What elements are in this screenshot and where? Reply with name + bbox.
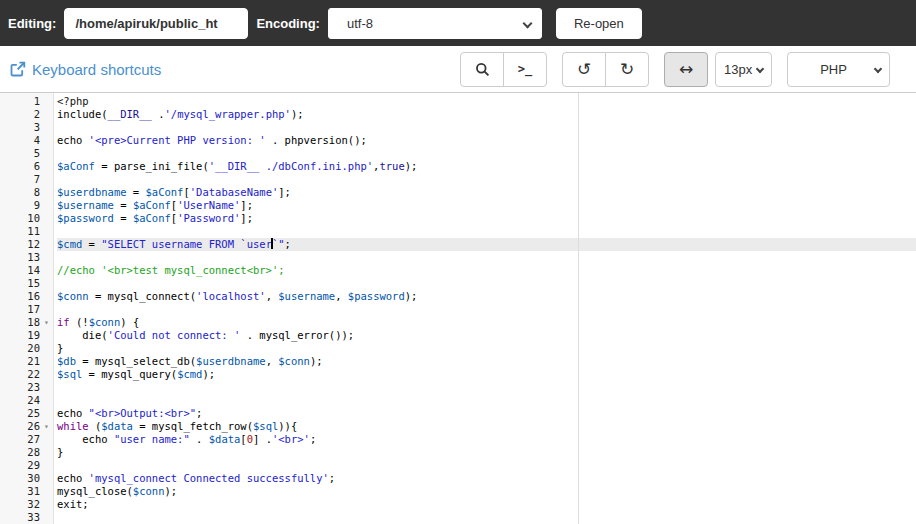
line-number[interactable]: 22	[0, 368, 53, 381]
line-number[interactable]: 3	[0, 121, 53, 134]
line-number[interactable]: 16	[0, 290, 53, 303]
undo-icon: ↺	[577, 61, 591, 78]
code-editor[interactable]: 123456789101112131415161718▾192021222324…	[0, 93, 916, 524]
reopen-button[interactable]: Re-open	[556, 8, 642, 39]
external-link-icon	[10, 61, 26, 77]
code-line[interactable]	[57, 121, 916, 134]
editing-label: Editing:	[8, 16, 56, 31]
line-number[interactable]: 10	[0, 212, 53, 225]
line-number[interactable]: 29	[0, 459, 53, 472]
code-lines[interactable]: <?phpinclude(__DIR__ .'/mysql_wrapper.ph…	[54, 93, 916, 524]
line-number[interactable]: 9	[0, 199, 53, 212]
line-number[interactable]: 12	[0, 238, 53, 251]
line-number[interactable]: 32	[0, 498, 53, 511]
gutter: 123456789101112131415161718▾192021222324…	[0, 93, 54, 524]
code-line[interactable]: echo "user name:" . $data[0] .'<br>';	[57, 433, 916, 446]
encoding-select[interactable]: utf-8	[328, 8, 542, 39]
search-button[interactable]	[460, 52, 504, 87]
code-line[interactable]: die('Could not connect: ' . mysql_error(…	[57, 329, 916, 342]
word-wrap-toggle[interactable]: ↔	[664, 52, 708, 87]
line-number[interactable]: 15	[0, 277, 53, 290]
line-number[interactable]: 27	[0, 433, 53, 446]
line-number[interactable]: 30	[0, 472, 53, 485]
line-number[interactable]: 31	[0, 485, 53, 498]
line-number[interactable]: 8	[0, 186, 53, 199]
line-number[interactable]: 19	[0, 329, 53, 342]
code-line[interactable]: $conn = mysql_connect('localhost', $user…	[57, 290, 916, 303]
line-number[interactable]: 4	[0, 134, 53, 147]
code-line[interactable]: if (!$conn) {	[57, 316, 916, 329]
code-line[interactable]	[57, 251, 916, 264]
line-number[interactable]: 2	[0, 108, 53, 121]
code-line[interactable]	[57, 303, 916, 316]
code-line[interactable]: echo '<pre>Current PHP version: ' . phpv…	[57, 134, 916, 147]
line-number[interactable]: 17	[0, 303, 53, 316]
line-number[interactable]: 23	[0, 381, 53, 394]
code-line[interactable]: echo "<br>Output:<br>";	[57, 407, 916, 420]
line-number[interactable]: 20	[0, 342, 53, 355]
code-line[interactable]: while ($data = mysql_fetch_row($sql)){	[57, 420, 916, 433]
code-line[interactable]: echo 'mysql_connect Connected successful…	[57, 472, 916, 485]
line-number[interactable]: 18▾	[0, 316, 53, 329]
line-number[interactable]: 33	[0, 511, 53, 524]
code-line[interactable]: //echo '<br>test mysql_connect<br>';	[57, 264, 916, 277]
code-line[interactable]: $username = $aConf['UserName'];	[57, 199, 916, 212]
terminal-button[interactable]: >_	[503, 52, 547, 87]
code-line[interactable]	[57, 459, 916, 472]
font-size-value: 13px	[724, 62, 752, 77]
left-right-arrow-icon: ↔	[679, 61, 693, 78]
encoding-label: Encoding:	[256, 16, 320, 31]
line-number[interactable]: 14	[0, 264, 53, 277]
toolbar-controls: >_ ↺ ↻ ↔ 13px PHP	[460, 52, 890, 87]
code-line[interactable]	[57, 147, 916, 160]
code-line[interactable]	[57, 225, 916, 238]
line-number[interactable]: 1	[0, 95, 53, 108]
line-number[interactable]: 11	[0, 225, 53, 238]
editor-toolbar: Keyboard shortcuts >_ ↺ ↻	[0, 46, 916, 93]
keyboard-shortcuts-label: Keyboard shortcuts	[32, 61, 161, 78]
code-line[interactable]: $db = mysql_select_db($userdbname, $conn…	[57, 355, 916, 368]
undo-button[interactable]: ↺	[562, 52, 606, 87]
encoding-value: utf-8	[347, 16, 373, 31]
chevron-down-icon	[874, 64, 882, 72]
code-line[interactable]: $cmd = "SELECT username FROM `user`";	[57, 238, 916, 251]
line-number[interactable]: 26▾	[0, 420, 53, 433]
line-number[interactable]: 7	[0, 173, 53, 186]
chevron-down-icon	[522, 18, 532, 28]
code-line[interactable]: $sql = mysql_query($cmd);	[57, 368, 916, 381]
code-line[interactable]	[57, 173, 916, 186]
code-line[interactable]: <?php	[57, 95, 916, 108]
font-size-select[interactable]: 13px	[715, 52, 772, 87]
code-line[interactable]: $aConf = parse_ini_file('__DIR__ ./dbCon…	[57, 160, 916, 173]
line-number[interactable]: 25	[0, 407, 53, 420]
code-line[interactable]: }	[57, 446, 916, 459]
keyboard-shortcuts-link[interactable]: Keyboard shortcuts	[10, 61, 161, 78]
fold-arrow-icon[interactable]: ▾	[40, 420, 53, 433]
code-line[interactable]: $userdbname = $aConf['DatabaseName'];	[57, 186, 916, 199]
code-line[interactable]: $password = $aConf['Password'];	[57, 212, 916, 225]
line-number[interactable]: 5	[0, 147, 53, 160]
line-number[interactable]: 21	[0, 355, 53, 368]
terminal-icon: >_	[518, 63, 532, 75]
line-number[interactable]: 24	[0, 394, 53, 407]
code-line[interactable]	[57, 394, 916, 407]
redo-icon: ↻	[620, 61, 634, 78]
chevron-down-icon	[756, 64, 764, 72]
fold-arrow-icon[interactable]: ▾	[40, 316, 53, 329]
line-number[interactable]: 28	[0, 446, 53, 459]
language-select[interactable]: PHP	[787, 52, 890, 87]
search-terminal-group: >_	[460, 52, 547, 87]
line-number[interactable]: 13	[0, 251, 53, 264]
code-line[interactable]	[57, 277, 916, 290]
code-line[interactable]: }	[57, 342, 916, 355]
code-line[interactable]	[57, 381, 916, 394]
code-line[interactable]: exit;	[57, 498, 916, 511]
line-number[interactable]: 6	[0, 160, 53, 173]
code-line[interactable]	[57, 511, 916, 524]
code-line[interactable]: include(__DIR__ .'/mysql_wrapper.php');	[57, 108, 916, 121]
search-icon	[475, 62, 490, 77]
undo-redo-group: ↺ ↻	[562, 52, 649, 87]
file-path-input[interactable]	[64, 8, 248, 39]
code-line[interactable]: mysql_close($conn);	[57, 485, 916, 498]
redo-button[interactable]: ↻	[605, 52, 649, 87]
